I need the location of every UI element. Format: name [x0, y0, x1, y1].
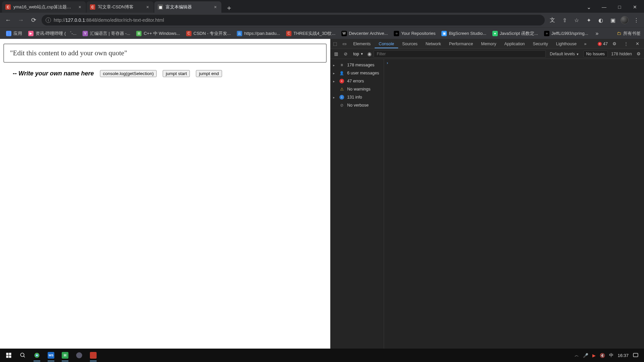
forward-button[interactable]: →	[16, 15, 25, 25]
devtools-close-icon[interactable]: ✕	[633, 39, 642, 49]
bookmark-favicon-icon: ⋮⋮	[6, 31, 11, 36]
console-filter-input[interactable]	[374, 50, 546, 58]
bookmark-item-11[interactable]: ○JeffLi1993/spring...	[541, 29, 591, 38]
kebab-menu-icon[interactable]: ⋮	[632, 16, 641, 24]
search-button[interactable]	[16, 349, 30, 362]
console-output[interactable]: ›	[384, 59, 644, 349]
ime-indicator[interactable]: 中	[609, 352, 613, 358]
sidebar-row-user[interactable]: ▸ 6 user messages	[332, 69, 382, 77]
taskbar-app-webstorm[interactable]: WS	[44, 349, 58, 362]
start-button[interactable]	[2, 349, 15, 362]
bookmark-item-6[interactable]: CTHREE实战4_3D纹...	[283, 29, 338, 38]
bookmark-label: 资讯-哔哩哔哩 ( ゜-...	[36, 31, 76, 37]
bookmark-item-5[interactable]: 云https://pan.baidu...	[234, 29, 283, 38]
svg-rect-3	[9, 356, 11, 358]
devtools-tab-sources[interactable]: Sources	[398, 40, 422, 48]
devtools-tab-security[interactable]: Security	[529, 40, 552, 48]
tray-status-icon[interactable]: ▶	[592, 353, 596, 358]
execution-context-dropdown[interactable]: top▼	[351, 51, 365, 57]
inspect-element-icon[interactable]: ⬚	[330, 39, 340, 49]
devtools-tab-memory[interactable]: Memory	[477, 40, 500, 48]
quote-editable[interactable]: "Edit this content to add your own quote…	[3, 44, 327, 63]
sidebar-row-errors[interactable]: ▸× 47 errors	[332, 77, 382, 85]
sidebar-row-warnings[interactable]: No warnings	[332, 85, 382, 93]
close-tab-icon[interactable]: ×	[213, 4, 218, 10]
profile-avatar[interactable]	[621, 16, 629, 24]
bookmark-item-7[interactable]: WDevcenter Archive...	[339, 29, 390, 38]
clear-console-icon[interactable]: ⊘	[342, 49, 349, 59]
bookmark-item-2[interactable]: V汇编语言 | 寄存器 -...	[80, 29, 133, 38]
bookmark-label: Your Repositories	[401, 31, 435, 36]
clock[interactable]: 16:37	[618, 353, 629, 358]
jump-start-button[interactable]: jumpt start	[163, 70, 190, 77]
maximize-icon[interactable]: □	[612, 1, 627, 13]
share-icon[interactable]: ⇧	[560, 16, 569, 24]
bookmark-favicon-icon: ○	[394, 31, 399, 36]
devtools-tab-elements[interactable]: Elements	[349, 40, 375, 48]
devtools-menu-icon[interactable]: ⋮	[621, 39, 631, 49]
bookmark-favicon-icon: ○	[544, 31, 549, 36]
console-settings-icon[interactable]: ⚙	[635, 51, 642, 57]
taskbar-app-hbuilder[interactable]: H	[58, 349, 72, 362]
bookmark-item-3[interactable]: ⊞C++ 中 Windows...	[133, 29, 182, 38]
translate-icon[interactable]: 文	[548, 16, 557, 24]
taskbar-app-generic2[interactable]	[87, 349, 100, 362]
microphone-icon[interactable]: 🎤	[583, 353, 588, 358]
jump-end-button[interactable]: jumpt end	[196, 70, 222, 77]
sidebar-row-info[interactable]: ▸i 131 info	[332, 93, 382, 101]
devtools-tab-application[interactable]: Application	[500, 40, 529, 48]
sidepanel-icon[interactable]: ▣	[608, 16, 617, 24]
log-levels-dropdown[interactable]: Default levels ▼	[548, 51, 581, 57]
console-sidebar-toggle-icon[interactable]: ▥	[332, 49, 340, 59]
error-count-badge[interactable]: ×47	[598, 42, 608, 46]
site-info-icon[interactable]: i	[46, 17, 51, 23]
bookmark-item-8[interactable]: ○Your Repositories	[391, 29, 438, 38]
bookmarks-overflow-icon[interactable]: »	[594, 29, 601, 38]
sidebar-row-messages[interactable]: ▸ 178 messages	[332, 61, 382, 69]
close-window-icon[interactable]: ✕	[627, 1, 643, 13]
new-tab-button[interactable]: ＋	[224, 3, 234, 13]
close-tab-icon[interactable]: ×	[77, 4, 83, 10]
back-button[interactable]: ←	[3, 15, 13, 25]
devtools-tab-performance[interactable]: Performance	[445, 40, 477, 48]
devtools-tab-lighthouse[interactable]: Lighthouse	[552, 40, 581, 48]
hidden-count[interactable]: 178 hidden	[610, 51, 633, 57]
devtools-tab-network[interactable]: Network	[422, 40, 445, 48]
bookmark-item-1[interactable]: ▶资讯-哔哩哔哩 ( ゜-...	[25, 29, 79, 38]
signature-text[interactable]: -- Write your own name here	[13, 70, 94, 77]
browser-tab-1[interactable]: C 写文章-CSDN博客 ×	[87, 1, 154, 13]
reload-button[interactable]: ⟳	[29, 15, 38, 25]
taskbar-app-generic1[interactable]	[72, 349, 86, 362]
notifications-icon[interactable]	[633, 352, 639, 358]
devtools-tab-console[interactable]: Console	[375, 40, 398, 48]
issues-badge[interactable]: No Issues	[583, 51, 608, 57]
taskbar-app-chrome[interactable]	[30, 349, 44, 362]
devtools-settings-icon[interactable]: ⚙	[610, 39, 619, 49]
live-expression-icon[interactable]: ◉	[367, 51, 372, 57]
tray-expand-icon[interactable]: ︿	[575, 352, 579, 358]
chevron-down-icon[interactable]: ⌄	[581, 1, 596, 13]
bookmark-item-4[interactable]: CCSDN - 专业开发...	[183, 29, 233, 38]
bookmark-item-9[interactable]: ▣BigScreen Studio...	[439, 29, 489, 38]
browser-tab-2[interactable]: ▦ 富文本编辑器 ×	[154, 1, 221, 13]
bookmark-item-10[interactable]: ●JavaScript 函数定...	[490, 29, 541, 38]
window-controls: ⌄ — □ ✕	[581, 1, 644, 13]
close-tab-icon[interactable]: ×	[145, 4, 150, 10]
extension-pin-icon[interactable]: ◐	[596, 16, 605, 24]
console-log-button[interactable]: console.log(getSelection)	[100, 70, 157, 77]
bookmark-label: https://pan.baidu...	[244, 31, 280, 36]
all-bookmarks-button[interactable]: 🗀 所有书签	[617, 31, 641, 37]
bookmark-item-0[interactable]: ⋮⋮应用	[3, 29, 25, 38]
volume-icon[interactable]: 🔇	[600, 353, 605, 358]
warning-icon	[339, 86, 344, 92]
extensions-icon[interactable]: ✦	[584, 16, 593, 24]
browser-tab-0[interactable]: C yma16_web站点,csp算法题目,C ×	[2, 1, 86, 13]
bookmark-star-icon[interactable]: ☆	[572, 16, 581, 24]
minimize-icon[interactable]: —	[596, 1, 612, 13]
device-toggle-icon[interactable]: ▭	[340, 39, 349, 49]
svg-rect-2	[6, 356, 9, 358]
sidebar-row-verbose[interactable]: No verbose	[332, 101, 382, 109]
devtools-overflow-icon[interactable]: »	[581, 39, 590, 49]
url-text: http://127.0.0.1:8848/demo/editor/rich-t…	[54, 17, 164, 23]
address-bar[interactable]: i http://127.0.0.1:8848/demo/editor/rich…	[42, 15, 545, 25]
